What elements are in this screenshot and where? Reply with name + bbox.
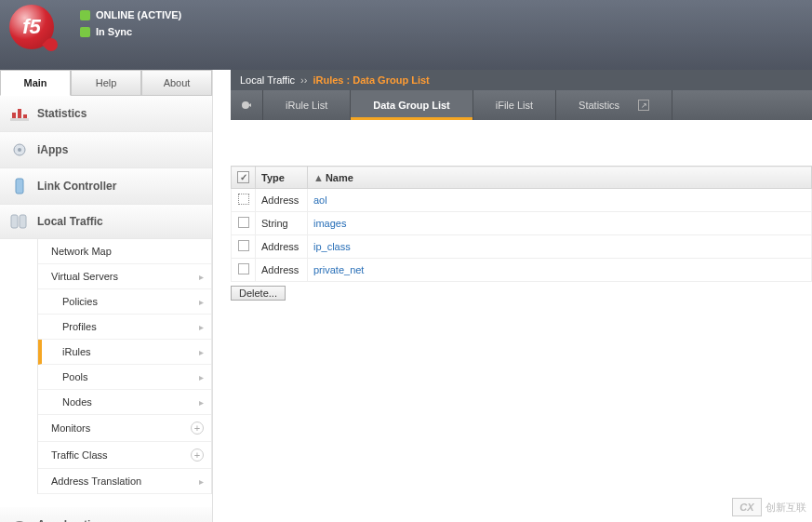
chevron-right-icon: ▸: [199, 297, 204, 307]
toolbar-tab-label: iRule List: [286, 100, 327, 111]
table-header-label: Name: [326, 172, 353, 183]
table-header-type[interactable]: Type: [256, 167, 308, 189]
breadcrumb: Local Traffic ›› iRules : Data Group Lis…: [231, 70, 812, 90]
sidebar-item-virtual-servers[interactable]: Virtual Servers ▸: [38, 264, 211, 289]
sidebar-item-profiles[interactable]: Profiles ▸: [38, 315, 211, 340]
cell-name-link[interactable]: aol: [313, 194, 327, 206]
sidebar-item-link-controller[interactable]: Link Controller: [0, 168, 212, 205]
tab-help[interactable]: Help: [71, 70, 141, 96]
cell-name-link[interactable]: ip_class: [313, 241, 351, 252]
sidebar-item-statistics[interactable]: Statistics: [0, 96, 212, 132]
toolbar-tab-statistics[interactable]: Statistics ↗: [556, 90, 672, 120]
breadcrumb-sep: ››: [300, 74, 307, 86]
chevron-right-icon: ▸: [199, 397, 204, 408]
chart-icon: [9, 104, 30, 123]
status-online: ONLINE (ACTIVE): [80, 7, 181, 23]
add-icon[interactable]: +: [191, 448, 204, 462]
sidebar-item-label: Address Translation: [51, 475, 141, 487]
logo-text: f5: [22, 15, 41, 39]
sidebar-item-label: Network Map: [51, 246, 112, 257]
svg-rect-7: [11, 215, 18, 228]
app-header: f5 ONLINE (ACTIVE) In Sync: [0, 0, 812, 70]
data-group-table: ✓ Type ▲Name Address aol String images: [231, 166, 812, 282]
status-sync-label: In Sync: [96, 23, 132, 40]
settings-icon[interactable]: [231, 90, 263, 120]
toolbar-tab-irule-list[interactable]: iRule List: [263, 90, 351, 120]
table-row: Address private_net: [232, 259, 812, 282]
checkbox-icon[interactable]: [238, 240, 249, 251]
checkbox-icon[interactable]: [238, 263, 249, 274]
cell-type: Address: [256, 189, 308, 212]
sidebar: Main Help About Statistics iApps Link Co…: [0, 70, 213, 522]
sidebar-item-traffic-class[interactable]: Traffic Class +: [38, 442, 211, 469]
svg-point-5: [18, 148, 21, 152]
chevron-right-icon: ▸: [199, 347, 204, 357]
sidebar-item-label: Monitors: [51, 422, 90, 434]
sidebar-item-label: Profiles: [62, 321, 97, 332]
table-header-select[interactable]: ✓: [232, 167, 256, 189]
cell-name-link[interactable]: images: [313, 218, 346, 229]
toolbar-tab-label: iFile List: [496, 100, 533, 111]
svg-point-11: [242, 101, 249, 109]
content-toolbar: iRule List Data Group List iFile List St…: [231, 90, 812, 120]
sidebar-item-irules[interactable]: iRules ▸: [38, 340, 211, 365]
svg-rect-0: [10, 118, 29, 121]
content-area: Local Traffic ›› iRules : Data Group Lis…: [213, 70, 812, 522]
sidebar-item-label: Virtual Servers: [51, 271, 118, 282]
sidebar-item-monitors[interactable]: Monitors +: [38, 415, 211, 442]
breadcrumb-current: iRules : Data Group List: [313, 74, 429, 86]
status-online-label: ONLINE (ACTIVE): [96, 7, 181, 23]
tab-about[interactable]: About: [141, 70, 212, 96]
sidebar-item-label: Nodes: [62, 396, 92, 408]
server-icon: [9, 177, 30, 195]
delete-button[interactable]: Delete...: [231, 286, 286, 301]
cell-type: Address: [256, 259, 308, 282]
sidebar-item-iapps[interactable]: iApps: [0, 132, 212, 168]
sidebar-item-pools[interactable]: Pools ▸: [38, 365, 211, 390]
sidebar-item-label: Traffic Class: [51, 449, 108, 461]
sidebar-item-label: iApps: [37, 143, 68, 156]
cell-type: Address: [256, 235, 308, 259]
add-icon[interactable]: +: [191, 422, 204, 435]
sidebar-item-label: Link Controller: [37, 180, 116, 193]
table-row: Address aol: [232, 189, 812, 212]
sidebar-item-acceleration[interactable]: Acceleration: [0, 507, 212, 522]
table-header-name[interactable]: ▲Name: [308, 167, 812, 189]
status-dot-icon: [80, 27, 90, 37]
local-traffic-icon: [9, 213, 30, 230]
sidebar-item-label: Policies: [62, 296, 98, 307]
svg-rect-3: [23, 114, 27, 118]
sort-asc-icon: ▲: [313, 172, 324, 183]
status-sync: In Sync: [80, 23, 181, 40]
table-row: Address ip_class: [232, 235, 812, 259]
check-all-icon[interactable]: ✓: [237, 171, 249, 183]
toolbar-tab-label: Data Group List: [373, 100, 450, 111]
sidebar-item-label: iRules: [62, 346, 91, 357]
watermark-text: 创新互联: [765, 501, 806, 515]
gauge-icon: [9, 515, 30, 522]
sidebar-item-local-traffic[interactable]: Local Traffic: [0, 205, 212, 239]
f5-logo: f5: [9, 5, 54, 49]
chevron-right-icon: ▸: [199, 372, 204, 382]
sidebar-item-label: Acceleration: [37, 518, 104, 522]
sidebar-item-label: Statistics: [37, 107, 87, 120]
toolbar-tab-data-group-list[interactable]: Data Group List: [351, 90, 473, 120]
watermark-logo-icon: CX: [732, 498, 762, 516]
breadcrumb-seg[interactable]: Local Traffic: [240, 74, 295, 86]
cell-name-link[interactable]: private_net: [313, 264, 364, 275]
popout-icon[interactable]: ↗: [638, 100, 649, 111]
chevron-right-icon: ▸: [199, 322, 204, 332]
toolbar-tab-ifile-list[interactable]: iFile List: [473, 90, 556, 120]
sidebar-tabs: Main Help About: [0, 70, 212, 96]
sidebar-item-address-translation[interactable]: Address Translation ▸: [38, 469, 211, 494]
sidebar-item-network-map[interactable]: Network Map: [38, 239, 211, 264]
checkbox-icon[interactable]: [238, 194, 249, 205]
sidebar-item-policies[interactable]: Policies ▸: [38, 289, 211, 315]
tab-main[interactable]: Main: [0, 70, 71, 96]
sidebar-item-label: Pools: [62, 371, 88, 382]
checkbox-icon[interactable]: [238, 217, 249, 228]
sidebar-item-nodes[interactable]: Nodes ▸: [38, 390, 211, 415]
svg-rect-1: [12, 113, 16, 118]
sidebar-group-local-traffic: Local Traffic Network Map Virtual Server…: [0, 205, 212, 494]
table-row: String images: [232, 212, 812, 235]
